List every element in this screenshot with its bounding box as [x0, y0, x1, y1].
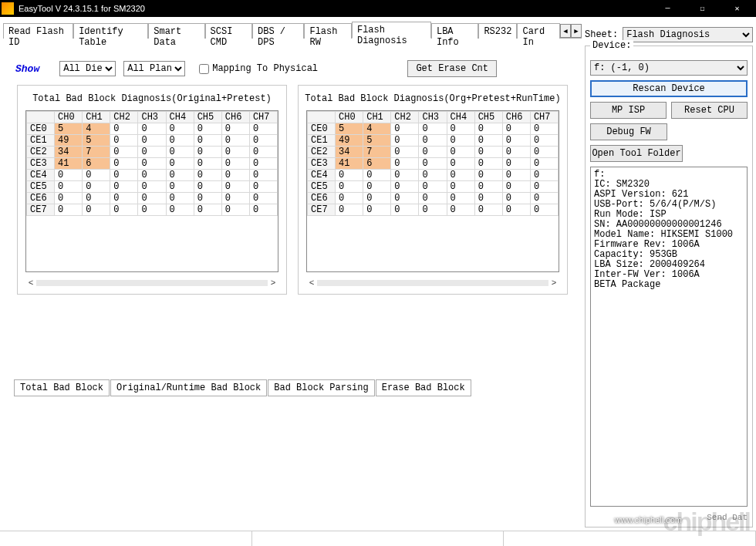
cell[interactable]: 0 [502, 135, 530, 147]
cell[interactable]: 0 [474, 204, 502, 216]
cell[interactable]: 7 [363, 147, 391, 158]
table-row[interactable]: CE400000000 [27, 170, 278, 181]
cell[interactable]: 0 [166, 170, 194, 181]
cell[interactable]: 0 [166, 158, 194, 170]
cell[interactable]: 0 [194, 147, 221, 158]
tab-flash-rw[interactable]: Flash RW [304, 23, 351, 39]
die-select[interactable]: All Die [59, 61, 116, 76]
cell[interactable]: 0 [221, 204, 249, 216]
cell[interactable]: 0 [419, 123, 447, 135]
hscroll[interactable]: <> [306, 277, 559, 289]
rescan-device-button[interactable]: Rescan Device [590, 80, 748, 97]
cell[interactable]: 0 [336, 204, 363, 216]
cell[interactable]: 0 [530, 193, 558, 204]
cell[interactable]: 0 [447, 181, 474, 193]
cell[interactable]: 6 [83, 158, 110, 170]
tab-rs232[interactable]: RS232 [478, 23, 517, 39]
cell[interactable]: 0 [110, 181, 138, 193]
cell[interactable]: 0 [474, 147, 502, 158]
tab-dbs-dps[interactable]: DBS / DPS [252, 23, 304, 39]
cell[interactable]: 0 [363, 193, 391, 204]
cell[interactable]: 0 [83, 193, 110, 204]
cell[interactable]: 0 [530, 147, 558, 158]
cell[interactable]: 0 [447, 204, 474, 216]
tab-read-flash-id[interactable]: Read Flash ID [3, 23, 73, 39]
cell[interactable]: 0 [336, 170, 363, 181]
table-row[interactable]: CE054000000 [27, 123, 278, 135]
mp-isp-button[interactable]: MP ISP [590, 102, 667, 119]
cell[interactable]: 0 [110, 123, 138, 135]
cell[interactable]: 0 [474, 123, 502, 135]
cell[interactable]: 0 [249, 170, 277, 181]
cell[interactable]: 0 [474, 181, 502, 193]
cell[interactable]: 0 [249, 181, 277, 193]
cell[interactable]: 0 [419, 170, 447, 181]
cell[interactable]: 0 [530, 135, 558, 147]
cell[interactable]: 0 [249, 135, 277, 147]
cell[interactable]: 0 [363, 204, 391, 216]
cell[interactable]: 0 [502, 123, 530, 135]
cell[interactable]: 0 [502, 181, 530, 193]
cell[interactable]: 0 [474, 193, 502, 204]
cell[interactable]: 0 [194, 158, 221, 170]
cell[interactable]: 0 [110, 147, 138, 158]
cell[interactable]: 6 [363, 158, 391, 170]
cell[interactable]: 0 [166, 135, 194, 147]
sheet-select[interactable]: Flash Diagnosis [623, 27, 753, 42]
subtab-original-runtime-bad-block[interactable]: Original/Runtime Bad Block [110, 379, 267, 396]
table-row[interactable]: CE054000000 [308, 123, 559, 135]
cell[interactable]: 0 [391, 204, 419, 216]
cell[interactable]: 0 [110, 135, 138, 147]
cell[interactable]: 0 [83, 204, 110, 216]
table-row[interactable]: CE2347000000 [308, 147, 559, 158]
cell[interactable]: 4 [83, 123, 110, 135]
tab-card-in[interactable]: Card In [517, 23, 560, 39]
reset-cpu-button[interactable]: Reset CPU [671, 102, 748, 119]
cell[interactable]: 41 [55, 158, 83, 170]
cell[interactable]: 0 [474, 135, 502, 147]
cell[interactable]: 0 [194, 204, 221, 216]
cell[interactable]: 4 [363, 123, 391, 135]
cell[interactable]: 0 [530, 181, 558, 193]
cell[interactable]: 0 [166, 147, 194, 158]
cell[interactable]: 0 [391, 158, 419, 170]
tab-flash-diagnosis[interactable]: Flash Diagnosis [352, 22, 431, 39]
cell[interactable]: 0 [249, 147, 277, 158]
table-row[interactable]: CE3416000000 [308, 158, 559, 170]
cell[interactable]: 0 [474, 158, 502, 170]
cell[interactable]: 0 [502, 170, 530, 181]
cell[interactable]: 0 [530, 170, 558, 181]
cell[interactable]: 0 [138, 135, 166, 147]
cell[interactable]: 0 [110, 158, 138, 170]
table-row[interactable]: CE400000000 [308, 170, 559, 181]
subtab-bad-block-parsing[interactable]: Bad Block Parsing [268, 379, 374, 396]
minimize-button[interactable]: ─ [650, 0, 685, 17]
cell[interactable]: 0 [166, 181, 194, 193]
cell[interactable]: 0 [194, 181, 221, 193]
cell[interactable]: 0 [110, 170, 138, 181]
cell[interactable]: 0 [502, 147, 530, 158]
cell[interactable]: 0 [363, 181, 391, 193]
table-row[interactable]: CE1495000000 [27, 135, 278, 147]
tab-scroll-right[interactable]: ▶ [571, 24, 582, 38]
table-row[interactable]: CE1495000000 [308, 135, 559, 147]
cell[interactable]: 0 [391, 170, 419, 181]
cell[interactable]: 0 [530, 158, 558, 170]
cell[interactable]: 0 [221, 135, 249, 147]
cell[interactable]: 34 [55, 147, 83, 158]
maximize-button[interactable]: ☐ [685, 0, 720, 17]
cell[interactable]: 0 [194, 170, 221, 181]
tab-smart-data[interactable]: Smart Data [148, 23, 204, 39]
cell[interactable]: 5 [363, 135, 391, 147]
cell[interactable]: 0 [447, 158, 474, 170]
table-row[interactable]: CE2347000000 [27, 147, 278, 158]
cell[interactable]: 49 [55, 135, 83, 147]
cell[interactable]: 0 [391, 181, 419, 193]
cell[interactable]: 0 [391, 123, 419, 135]
cell[interactable]: 0 [194, 193, 221, 204]
cell[interactable]: 0 [447, 135, 474, 147]
cell[interactable]: 0 [221, 147, 249, 158]
cell[interactable]: 0 [419, 204, 447, 216]
cell[interactable]: 0 [55, 193, 83, 204]
cell[interactable]: 0 [336, 193, 363, 204]
